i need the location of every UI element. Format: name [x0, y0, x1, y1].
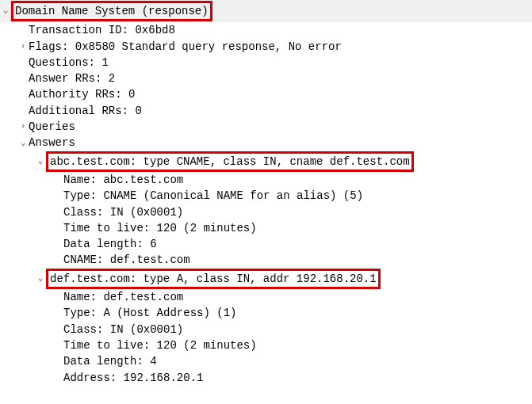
transaction-id-label: Transaction ID: 0x6bd8	[29, 22, 175, 38]
answer-0-name-row[interactable]: Name: abc.test.com	[0, 172, 532, 188]
chevron-down-icon[interactable]: ⌄	[17, 137, 29, 150]
answer-0-ttl-row[interactable]: Time to live: 120 (2 minutes)	[0, 220, 532, 236]
questions-label: Questions: 1	[29, 55, 109, 71]
flags-row[interactable]: › Flags: 0x8580 Standard query response,…	[0, 39, 532, 55]
chevron-down-icon[interactable]: ⌄	[35, 273, 46, 285]
answer-0-value-row[interactable]: CNAME: def.test.com	[0, 252, 532, 268]
answer-0-datalen-label: Data length: 6	[63, 236, 157, 252]
answer-0-type-label: Type: CNAME (Canonical NAME for an alias…	[63, 188, 363, 204]
answer-1-type-label: Type: A (Host Address) (1)	[63, 305, 236, 321]
answer-1-name-label: Name: def.test.com	[63, 289, 183, 305]
answer-0-value-label: CNAME: def.test.com	[63, 252, 190, 268]
answer-0-ttl-label: Time to live: 120 (2 minutes)	[63, 220, 257, 236]
dns-header-label: Domain Name System (response)	[11, 1, 212, 21]
questions-row[interactable]: Questions: 1	[0, 55, 532, 71]
answer-1-datalen-label: Data length: 4	[63, 353, 157, 369]
answer-1-summary-row[interactable]: ⌄ def.test.com: type A, class IN, addr 1…	[0, 269, 532, 289]
answer-1-class-label: Class: IN (0x0001)	[63, 322, 183, 337]
chevron-down-icon[interactable]: ⌄	[35, 155, 46, 168]
answer-1-ttl-label: Time to live: 120 (2 minutes)	[63, 337, 257, 353]
answer-0-type-row[interactable]: Type: CNAME (Canonical NAME for an alias…	[0, 188, 532, 204]
authority-rrs-label: Authority RRs: 0	[29, 86, 135, 102]
answer-1-class-row[interactable]: Class: IN (0x0001)	[0, 322, 532, 337]
additional-rrs-label: Additional RRs: 0	[29, 103, 142, 119]
answer-0-class-label: Class: IN (0x0001)	[63, 204, 183, 220]
flags-label: Flags: 0x8580 Standard query response, N…	[29, 39, 342, 55]
additional-rrs-row[interactable]: Additional RRs: 0	[0, 103, 532, 119]
answer-0-summary-label: abc.test.com: type CNAME, class IN, cnam…	[46, 151, 414, 172]
answer-0-datalen-row[interactable]: Data length: 6	[0, 236, 532, 252]
queries-row[interactable]: › Queries	[0, 119, 532, 135]
chevron-right-icon[interactable]: ›	[17, 120, 29, 133]
answer-1-value-label: Address: 192.168.20.1	[63, 370, 203, 386]
dns-tree: ⌄ Domain Name System (response) Transact…	[0, 0, 532, 389]
answer-1-value-row[interactable]: Address: 192.168.20.1	[0, 370, 532, 386]
answer-0-name-label: Name: abc.test.com	[63, 172, 183, 188]
queries-label: Queries	[29, 119, 75, 135]
answer-1-datalen-row[interactable]: Data length: 4	[0, 353, 532, 369]
answer-1-summary-label: def.test.com: type A, class IN, addr 192…	[46, 269, 381, 289]
answer-1-type-row[interactable]: Type: A (Host Address) (1)	[0, 305, 532, 321]
answer-rrs-label: Answer RRs: 2	[29, 71, 115, 86]
answer-1-name-row[interactable]: Name: def.test.com	[0, 289, 532, 305]
answers-label: Answers	[29, 135, 75, 151]
authority-rrs-row[interactable]: Authority RRs: 0	[0, 86, 532, 102]
chevron-right-icon[interactable]: ›	[17, 40, 29, 53]
answer-0-class-row[interactable]: Class: IN (0x0001)	[0, 204, 532, 220]
answer-1-ttl-row[interactable]: Time to live: 120 (2 minutes)	[0, 337, 532, 353]
answer-rrs-row[interactable]: Answer RRs: 2	[0, 71, 532, 86]
answers-row[interactable]: ⌄ Answers	[0, 135, 532, 151]
dns-header-row[interactable]: ⌄ Domain Name System (response)	[0, 0, 532, 22]
transaction-id-row[interactable]: Transaction ID: 0x6bd8	[0, 22, 532, 38]
answer-0-summary-row[interactable]: ⌄ abc.test.com: type CNAME, class IN, cn…	[0, 151, 532, 172]
chevron-down-icon[interactable]: ⌄	[0, 5, 11, 17]
